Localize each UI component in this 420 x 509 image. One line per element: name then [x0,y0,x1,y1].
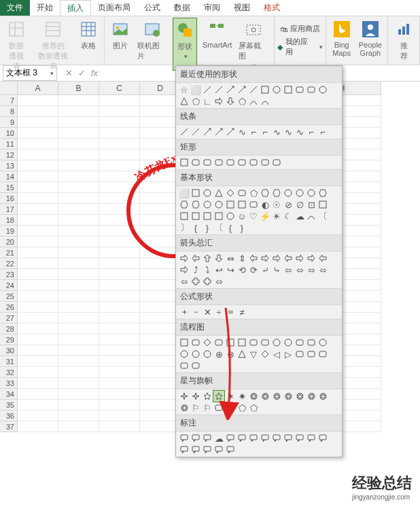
tab-view[interactable]: 视图 [227,0,257,16]
shape-option[interactable]: ∅ [294,199,305,210]
shape-option[interactable] [283,433,294,444]
row-header[interactable]: 21 [0,247,18,258]
shape-option[interactable]: ⚐ [202,402,213,413]
shape-option[interactable] [260,349,270,359]
shape-option[interactable] [202,157,213,168]
shape-option[interactable] [213,199,224,210]
shape-option[interactable] [260,253,270,264]
shape-option[interactable]: 〕 [179,222,190,233]
shape-option[interactable] [294,349,305,359]
shape-option[interactable] [248,337,259,348]
shape-option[interactable] [190,337,201,348]
shape-option[interactable] [306,349,317,359]
shape-option[interactable] [190,276,201,287]
shape-option[interactable] [317,337,328,348]
shape-option[interactable] [225,337,236,348]
shape-option[interactable]: ≠ [237,306,247,317]
shape-option[interactable] [317,253,328,264]
shape-option[interactable]: ⟲ [237,264,247,275]
col-header[interactable]: B [58,82,99,95]
shape-option[interactable] [248,199,259,210]
shape-option[interactable] [225,433,236,444]
shape-option[interactable] [283,84,294,95]
shape-option[interactable] [225,211,236,222]
shape-option[interactable]: ⬠ [190,96,201,107]
shape-option[interactable] [260,433,270,444]
shape-option[interactable] [213,157,224,168]
shape-option[interactable] [237,157,247,168]
shape-option[interactable]: { [225,222,236,233]
shape-option[interactable] [225,96,236,107]
tab-data[interactable]: 数据 [167,0,197,16]
row-header[interactable]: 13 [0,160,18,171]
shape-option[interactable] [237,349,247,359]
shape-option[interactable]: ⬄ [213,276,224,287]
shape-option[interactable] [271,157,282,168]
shape-option[interactable] [225,199,236,210]
shape-option[interactable]: ⚡ [260,211,270,222]
picture-button[interactable]: 图片 [109,18,132,71]
row-header[interactable]: 18 [0,215,18,226]
shape-option[interactable] [179,337,190,348]
shape-option[interactable] [225,84,236,95]
shape-option[interactable] [260,188,270,198]
shape-option[interactable]: ❂ [179,402,190,413]
row-header[interactable]: 16 [0,193,18,204]
shape-option[interactable] [248,433,259,444]
shape-option[interactable] [237,188,247,198]
row-header[interactable]: 31 [0,356,18,367]
shape-option[interactable]: ⊡ [306,199,317,210]
shape-option[interactable] [179,126,190,137]
shape-option[interactable]: ▷ [283,349,294,359]
shape-option[interactable]: 〔 [213,222,224,233]
shape-option[interactable] [306,253,317,264]
shape-option[interactable] [179,391,190,402]
shape-option[interactable] [202,199,213,210]
row-header[interactable]: 23 [0,269,18,280]
shape-option[interactable] [306,433,317,444]
shape-option[interactable] [213,253,224,264]
fx-icon[interactable]: fx [91,68,98,78]
shape-option[interactable]: ✕ [202,306,213,317]
shape-option[interactable]: 〔 [317,211,328,222]
shape-option[interactable] [202,276,213,287]
shape-option[interactable]: ⊗ [225,349,236,359]
recommend-pivot-button[interactable]: 推荐的 数据透视表 [33,18,73,73]
shape-option[interactable]: ↩ [213,264,224,275]
row-header[interactable]: 34 [0,389,18,400]
shape-option[interactable] [190,199,201,210]
app-store-button[interactable]: 🛍应用商店 [280,24,320,34]
shape-option[interactable] [225,126,236,137]
shape-option[interactable] [202,253,213,264]
shape-option[interactable]: ❂ [260,391,270,402]
shape-option[interactable]: ☁ [213,433,224,444]
row-header[interactable]: 19 [0,226,18,236]
shape-option[interactable] [283,253,294,264]
shape-option[interactable] [202,349,213,359]
shape-option[interactable] [202,433,213,444]
shape-option[interactable]: ◐ [260,199,270,210]
shape-option[interactable] [225,157,236,168]
shape-option[interactable] [260,84,270,95]
shape-option[interactable] [179,360,190,371]
shape-option[interactable]: ▽ [248,349,259,359]
select-all-corner[interactable] [0,82,18,95]
shape-option[interactable]: ⊘ [283,199,294,210]
shape-option[interactable]: ❂ [248,391,259,402]
shape-option[interactable]: ✶ [225,391,236,402]
shape-option[interactable] [260,157,270,168]
shape-option[interactable]: ❂ [283,391,294,402]
col-header[interactable]: A [18,82,58,95]
shape-option[interactable] [213,188,224,198]
shape-option[interactable]: ⬄ [294,264,305,275]
row-header[interactable]: 12 [0,150,18,160]
row-header[interactable]: 20 [0,236,18,247]
recommend-chart-button[interactable]: 推 荐 [392,18,415,63]
shape-option[interactable] [225,402,236,413]
tab-home[interactable]: 开始 [30,0,60,16]
shapes-button[interactable]: 形状▾ [173,18,197,71]
name-box[interactable]: 文本框 3▾ [3,65,57,81]
shape-option[interactable]: ✷ [237,391,247,402]
shape-option[interactable] [213,402,224,413]
shape-option[interactable] [225,188,236,198]
